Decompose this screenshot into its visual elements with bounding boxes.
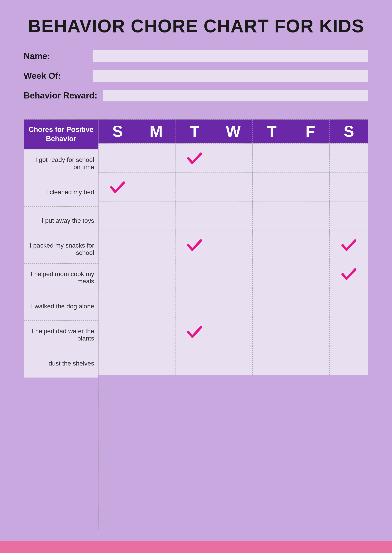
grid-cell-4-0[interactable] — [98, 259, 137, 288]
chore-cell-5: I walked the dog alone — [24, 292, 98, 320]
grid-cell-6-6[interactable] — [329, 317, 368, 346]
chore-text-2: I put away the toys — [42, 217, 94, 224]
grid-cell-0-3[interactable] — [214, 144, 252, 172]
grid-cell-1-1[interactable] — [137, 173, 175, 201]
grid-rows — [98, 143, 368, 375]
grid-cell-0-0[interactable] — [98, 144, 137, 172]
day-header-F-5: F — [291, 119, 329, 143]
grid-cell-0-2[interactable] — [175, 144, 214, 172]
grid-row-0 — [98, 143, 368, 172]
grid-row-3 — [98, 230, 368, 259]
grid-cell-6-0[interactable] — [98, 317, 137, 346]
grid-cell-7-6[interactable] — [329, 346, 368, 375]
grid-cell-7-4[interactable] — [252, 346, 291, 375]
grid-cell-0-5[interactable] — [291, 144, 329, 172]
grid-cell-1-5[interactable] — [291, 173, 329, 201]
grid-cell-2-3[interactable] — [214, 201, 252, 230]
grid-cell-3-0[interactable] — [98, 230, 137, 259]
grid-cell-5-1[interactable] — [137, 288, 175, 317]
chore-text-4: I helped mom cook my meals — [28, 270, 94, 285]
grid-cell-5-2[interactable] — [175, 288, 214, 317]
grid-cell-7-5[interactable] — [291, 346, 329, 375]
chore-cell-2: I put away the toys — [24, 206, 98, 235]
grid-cell-6-3[interactable] — [214, 317, 252, 346]
grid-cell-4-6[interactable] — [329, 259, 368, 288]
day-header-T-2: T — [175, 119, 214, 143]
chore-text-3: I packed my snacks for school — [28, 242, 94, 256]
chore-text-6: I helped dad water the plants — [28, 327, 94, 342]
grid-cell-7-2[interactable] — [175, 346, 214, 375]
chart-section: Chores for Positive Behavior I got ready… — [24, 119, 368, 529]
grid-cell-7-1[interactable] — [137, 346, 175, 375]
checkmark-icon — [341, 266, 357, 282]
name-label: Name: — [24, 51, 87, 61]
checkmark-icon — [187, 237, 203, 253]
day-letter-0: S — [112, 122, 123, 140]
week-input[interactable] — [93, 70, 368, 82]
checkmark-icon — [110, 179, 126, 195]
chore-cell-3: I packed my snacks for school — [24, 235, 98, 263]
reward-row: Behavior Reward: — [24, 90, 368, 101]
grid-cell-2-5[interactable] — [291, 201, 329, 230]
chore-cell-7: I dust the shelves — [24, 349, 98, 378]
grid-cell-0-4[interactable] — [252, 144, 291, 172]
chore-text-7: I dust the shelves — [45, 360, 94, 367]
grid-cell-5-5[interactable] — [291, 288, 329, 317]
chore-cell-0: I got ready for school on time — [24, 149, 98, 178]
day-letter-1: M — [149, 122, 163, 140]
grid-cell-0-1[interactable] — [137, 144, 175, 172]
grid-cell-7-3[interactable] — [214, 346, 252, 375]
day-letter-2: T — [190, 122, 200, 140]
name-input[interactable] — [93, 50, 368, 62]
grid-cell-1-6[interactable] — [329, 173, 368, 201]
grid-cell-2-2[interactable] — [175, 201, 214, 230]
grid-cell-5-3[interactable] — [214, 288, 252, 317]
day-letter-5: F — [306, 122, 315, 140]
grid-cell-3-3[interactable] — [214, 230, 252, 259]
days-header-row: SMTWTFS — [98, 119, 368, 143]
chore-text-0: I got ready for school on time — [28, 156, 94, 171]
grid-cell-2-1[interactable] — [137, 201, 175, 230]
grid-cell-5-0[interactable] — [98, 288, 137, 317]
grid-cell-3-5[interactable] — [291, 230, 329, 259]
grid-cell-0-6[interactable] — [329, 144, 368, 172]
grid-cell-3-1[interactable] — [137, 230, 175, 259]
grid-cell-4-5[interactable] — [291, 259, 329, 288]
grid-cell-6-5[interactable] — [291, 317, 329, 346]
page-wrapper: BEHAVIOR CHORE CHART FOR KIDS Name: Week… — [0, 0, 392, 541]
checkmark-icon — [187, 324, 203, 339]
day-letter-4: T — [267, 122, 277, 140]
grid-cell-5-6[interactable] — [329, 288, 368, 317]
grid-row-2 — [98, 201, 368, 230]
grid-cell-6-1[interactable] — [137, 317, 175, 346]
day-header-W-3: W — [214, 119, 252, 143]
reward-input[interactable] — [103, 90, 368, 101]
week-row: Week Of: — [24, 70, 368, 82]
grid-row-7 — [98, 346, 368, 375]
grid-cell-4-2[interactable] — [175, 259, 214, 288]
grid-cell-6-4[interactable] — [252, 317, 291, 346]
grid-cell-2-4[interactable] — [252, 201, 291, 230]
grid-cell-1-3[interactable] — [214, 173, 252, 201]
grid-cell-1-4[interactable] — [252, 173, 291, 201]
grid-cell-4-3[interactable] — [214, 259, 252, 288]
day-header-M-1: M — [137, 119, 175, 143]
checkmark-icon — [187, 150, 203, 166]
day-letter-3: W — [226, 122, 241, 140]
checkmark-icon — [341, 237, 357, 253]
bottom-bar — [0, 541, 392, 553]
grid-cell-3-6[interactable] — [329, 230, 368, 259]
grid-cell-1-0[interactable] — [98, 173, 137, 201]
grid-cell-2-0[interactable] — [98, 201, 137, 230]
grid-cell-7-0[interactable] — [98, 346, 137, 375]
grid-cell-3-2[interactable] — [175, 230, 214, 259]
grid-cell-4-1[interactable] — [137, 259, 175, 288]
grid-cell-6-2[interactable] — [175, 317, 214, 346]
grid-cell-1-2[interactable] — [175, 173, 214, 201]
grid-cell-2-6[interactable] — [329, 201, 368, 230]
grid-cell-5-4[interactable] — [252, 288, 291, 317]
grid-row-6 — [98, 317, 368, 346]
grid-cell-4-4[interactable] — [252, 259, 291, 288]
chores-header-text: Chores for Positive Behavior — [28, 125, 94, 144]
grid-cell-3-4[interactable] — [252, 230, 291, 259]
